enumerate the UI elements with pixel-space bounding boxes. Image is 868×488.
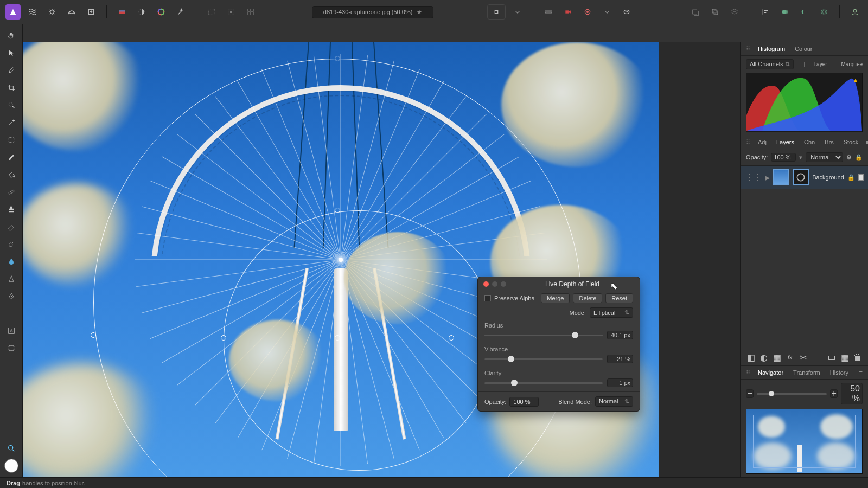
arrange-button-1[interactable] — [204, 4, 219, 20]
color-wheel-button[interactable] — [154, 4, 169, 20]
boolean-add-button[interactable] — [777, 4, 793, 20]
boolean-int-button[interactable] — [816, 4, 832, 20]
layer-add-button[interactable] — [688, 4, 703, 20]
develop-persona-button[interactable] — [44, 4, 60, 20]
vibrance-slider[interactable] — [484, 358, 603, 360]
flood-select-tool[interactable] — [4, 115, 19, 130]
panel-menu-icon[interactable]: ≡ — [866, 139, 868, 145]
mode-select[interactable]: Elliptical ⇅ — [590, 307, 633, 318]
zoom-out-button[interactable]: − — [746, 389, 754, 398]
quickmask-button[interactable] — [580, 4, 595, 20]
filter-layer-icon[interactable]: ▦ — [772, 352, 782, 362]
layers-blendmode-select[interactable]: Normal — [806, 152, 843, 162]
ruler-button[interactable] — [541, 4, 556, 20]
add-pixel-layer-icon[interactable]: ▦ — [840, 352, 850, 362]
navigator-viewport[interactable] — [753, 415, 856, 468]
preserve-alpha-checkbox[interactable] — [484, 295, 491, 301]
clarity-slider[interactable] — [484, 382, 603, 384]
foreground-color-chip[interactable] — [4, 459, 18, 473]
tab-layers[interactable]: Layers — [774, 138, 796, 146]
liquify-persona-button[interactable] — [25, 4, 40, 20]
histogram-channel-select[interactable]: All Channels ⇅ — [746, 59, 794, 69]
group-layer-icon[interactable]: 🗀 — [827, 352, 837, 362]
fill-tool[interactable] — [4, 168, 19, 182]
dialog-opacity-field[interactable]: 100 % — [509, 397, 539, 407]
export-persona-button[interactable] — [84, 4, 99, 20]
tab-histogram[interactable]: Histogram — [756, 44, 787, 53]
panel-menu-icon[interactable]: ≡ — [859, 369, 863, 376]
canvas[interactable] — [23, 42, 659, 477]
layer-row-background[interactable]: ⋮⋮ ▸ Background 🔒 — [741, 166, 868, 189]
panel-menu-icon[interactable]: ≡ — [859, 46, 863, 52]
mesh-warp-tool[interactable] — [4, 341, 19, 355]
zoom-in-button[interactable]: + — [830, 389, 838, 398]
text-tool[interactable] — [4, 324, 19, 338]
tab-transform[interactable]: Transform — [791, 368, 822, 377]
zoom-value[interactable]: 50 % — [841, 383, 863, 404]
pen-tool[interactable] — [4, 289, 19, 303]
delete-button[interactable]: Delete — [573, 293, 602, 303]
swatches-button[interactable] — [114, 4, 130, 20]
paint-brush-tool[interactable] — [4, 150, 19, 164]
lock-icon[interactable]: 🔒 — [855, 154, 863, 161]
crop-layer-icon[interactable]: ✂ — [798, 352, 808, 362]
layer-thumbnail[interactable] — [773, 169, 789, 185]
zoom-window-button[interactable] — [501, 281, 506, 287]
tab-navigator[interactable]: Navigator — [756, 368, 786, 377]
dialog-blendmode-select[interactable]: Normal⇅ — [595, 396, 633, 407]
blur-tool[interactable] — [4, 254, 19, 268]
snapping-dropdown[interactable] — [510, 4, 525, 20]
minimize-window-button[interactable] — [492, 281, 497, 287]
layer-lock-icon[interactable]: 🔒 — [847, 174, 855, 181]
layers-opacity-field[interactable] — [771, 153, 796, 162]
sharpen-tool[interactable] — [4, 272, 19, 286]
dodge-tool[interactable] — [4, 237, 19, 251]
tab-stock[interactable]: Stock — [841, 138, 861, 146]
record-button[interactable] — [560, 4, 576, 20]
arrange-button-2[interactable] — [224, 4, 239, 20]
arrange-button-3[interactable] — [243, 4, 258, 20]
tab-adj[interactable]: Adj — [756, 138, 769, 146]
account-button[interactable] — [847, 4, 863, 20]
selection-brush-tool[interactable] — [4, 98, 19, 112]
hand-tool[interactable] — [4, 29, 19, 43]
boolean-sub-button[interactable] — [797, 4, 812, 20]
navigator-thumbnail[interactable] — [746, 409, 863, 474]
tab-colour[interactable]: Colour — [793, 44, 814, 53]
auto-button[interactable] — [173, 4, 188, 20]
assistant-button[interactable] — [619, 4, 634, 20]
tab-brs[interactable]: Brs — [822, 138, 836, 146]
delete-layer-icon[interactable]: 🗑 — [853, 352, 863, 362]
hist-marquee-checkbox[interactable] — [832, 62, 837, 67]
layer-expand-icon[interactable]: ▸ — [765, 172, 770, 183]
layer-dup-button[interactable] — [707, 4, 723, 20]
erase-tool[interactable] — [4, 220, 19, 234]
live-filter-dialog[interactable]: Live Depth of Field Preserve Alpha Merge… — [477, 277, 640, 412]
tab-history[interactable]: History — [828, 368, 851, 377]
align-button[interactable] — [758, 4, 773, 20]
move-tool[interactable] — [4, 46, 19, 60]
quickmask-dropdown[interactable] — [599, 4, 615, 20]
tone-mapping-persona-button[interactable] — [64, 4, 79, 20]
crop-tool[interactable] — [4, 81, 19, 95]
shape-tool[interactable] — [4, 306, 19, 320]
layer-visibility-checkbox[interactable] — [858, 174, 864, 181]
hist-layer-checkbox[interactable] — [804, 62, 809, 67]
close-window-button[interactable] — [483, 281, 489, 287]
gear-icon[interactable]: ⚙ — [846, 154, 852, 161]
layer-order-button[interactable] — [727, 4, 742, 20]
healing-brush-tool[interactable] — [4, 185, 19, 199]
invert-button[interactable] — [134, 4, 149, 20]
layer-link-icon[interactable]: ⋮⋮ — [745, 172, 762, 183]
merge-button[interactable]: Merge — [541, 293, 570, 303]
app-logo[interactable] — [5, 4, 21, 20]
zoom-slider[interactable] — [757, 393, 827, 395]
layer-filter-thumbnail[interactable] — [793, 169, 809, 185]
radius-value[interactable]: 40.1 px — [607, 331, 633, 339]
color-picker-tool[interactable] — [4, 63, 19, 78]
clipping-warning-icon[interactable]: ▲ — [852, 76, 859, 84]
dialog-titlebar[interactable]: Live Depth of Field — [478, 277, 640, 291]
adj-layer-icon[interactable]: ◐ — [759, 352, 769, 362]
layer-name[interactable]: Background — [812, 174, 844, 181]
vibrance-value[interactable]: 21 % — [607, 355, 633, 363]
